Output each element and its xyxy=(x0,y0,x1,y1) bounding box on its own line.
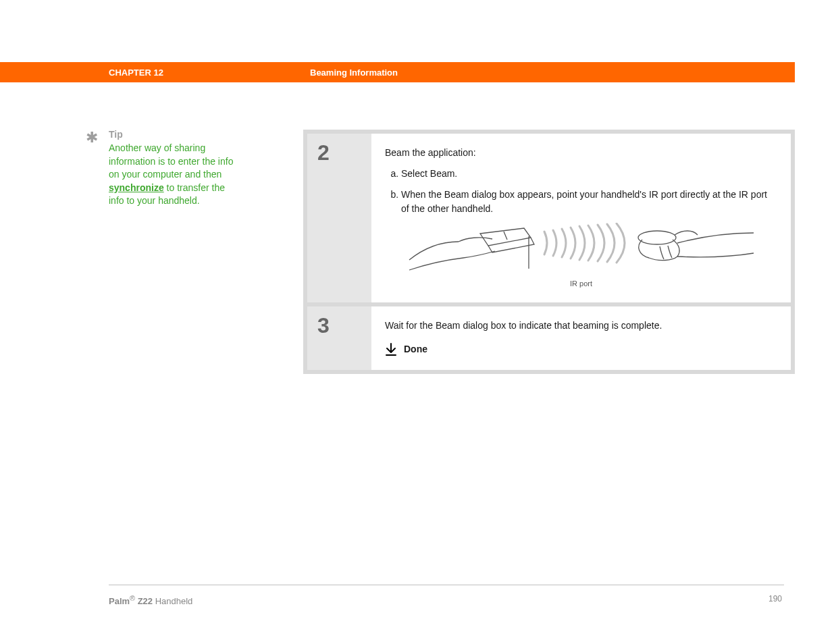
page-title: Beaming Information xyxy=(310,68,398,78)
footer-left: Palm® Z22 Handheld xyxy=(109,594,192,606)
chapter-label: CHAPTER 12 xyxy=(109,68,163,78)
page: CHAPTER 12 Beaming Information ✱ Tip Ano… xyxy=(0,0,834,644)
footer-model-bold: Z22 xyxy=(135,596,153,606)
sub-step-a: Select Beam. xyxy=(401,167,777,181)
tip-heading: Tip xyxy=(109,129,236,140)
svg-line-0 xyxy=(504,232,507,240)
step-number: 3 xyxy=(307,306,371,370)
done-arrow-icon xyxy=(385,343,397,356)
step-3: 3 Wait for the Beam dialog box to indica… xyxy=(307,306,791,370)
footer-brand: Palm xyxy=(109,596,130,606)
done-label: Done xyxy=(404,342,427,356)
tip-body: Another way of sharing information is to… xyxy=(109,142,236,208)
step-body: Beam the application: Select Beam. When … xyxy=(371,134,791,302)
beaming-illustration-icon xyxy=(406,223,757,278)
tip-block: ✱ Tip Another way of sharing information… xyxy=(88,129,236,208)
step-body: Wait for the Beam dialog box to indicate… xyxy=(371,306,791,370)
tip-text-before: Another way of sharing information is to… xyxy=(109,142,233,180)
step-lead: Beam the application: xyxy=(385,146,777,160)
steps-panel: 2 Beam the application: Select Beam. Whe… xyxy=(303,130,795,374)
step-number: 2 xyxy=(307,134,371,302)
svg-point-2 xyxy=(638,231,676,244)
illustration: IR port xyxy=(385,223,777,289)
illustration-caption: IR port xyxy=(570,278,592,290)
header-bar: CHAPTER 12 Beaming Information xyxy=(0,62,795,82)
done-row: Done xyxy=(385,342,777,356)
footer-reg: ® xyxy=(130,594,135,602)
synchronize-link[interactable]: synchronize xyxy=(109,182,164,193)
sub-steps: Select Beam. When the Beam dialog box ap… xyxy=(385,167,777,216)
footer-rule xyxy=(109,585,784,585)
step-2: 2 Beam the application: Select Beam. Whe… xyxy=(307,134,791,302)
asterisk-icon: ✱ xyxy=(86,130,98,145)
step-text: Wait for the Beam dialog box to indicate… xyxy=(385,319,777,333)
sub-step-b: When the Beam dialog box appears, point … xyxy=(401,188,777,216)
footer-model-rest: Handheld xyxy=(153,596,192,606)
page-number: 190 xyxy=(768,594,782,603)
